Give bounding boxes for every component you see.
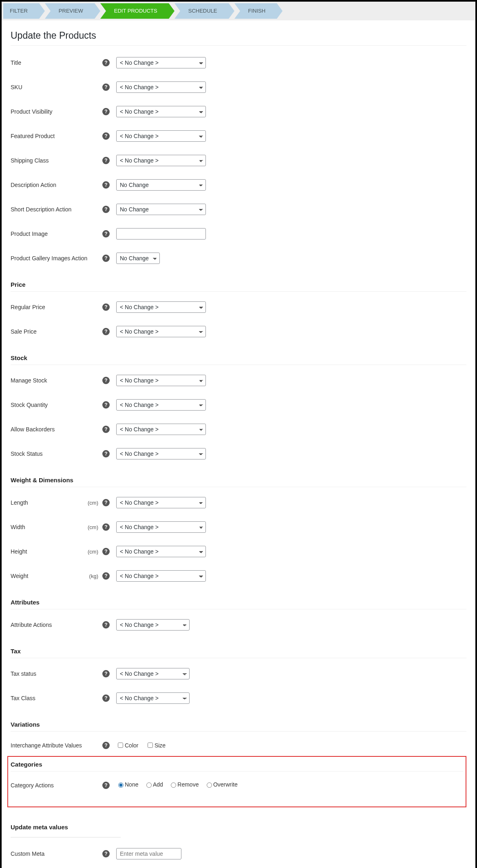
help-icon[interactable]: ? <box>102 303 110 311</box>
radio-overwrite-label[interactable]: Overwrite <box>205 781 238 788</box>
help-icon[interactable]: ? <box>102 132 110 140</box>
label-height: Height <box>11 548 88 555</box>
unit-kg: (kg) <box>89 573 102 579</box>
select-tax-status[interactable]: < No Change > <box>116 668 190 679</box>
help-icon[interactable]: ? <box>102 84 110 91</box>
help-icon[interactable]: ? <box>102 59 110 66</box>
row-title: Title? < No Change > <box>11 51 466 75</box>
radio-remove[interactable] <box>171 782 176 788</box>
help-icon[interactable]: ? <box>102 181 110 189</box>
step-filter[interactable]: FILTER <box>3 3 39 19</box>
label-color: Color <box>125 742 138 749</box>
select-title[interactable]: < No Change > <box>116 57 206 68</box>
label-sale-price: Sale Price <box>11 328 102 335</box>
label-regular-price: Regular Price <box>11 304 102 310</box>
select-weight[interactable]: < No Change > <box>116 570 206 582</box>
help-icon[interactable]: ? <box>102 157 110 164</box>
step-schedule[interactable]: SCHEDULE <box>174 3 229 19</box>
help-icon[interactable]: ? <box>102 230 110 237</box>
help-icon[interactable]: ? <box>102 108 110 115</box>
help-icon[interactable]: ? <box>102 523 110 531</box>
row-interchange-attribute-values: Interchange Attribute Values? Color Size <box>11 735 466 756</box>
label-description-action: Description Action <box>11 182 102 188</box>
select-attribute-actions[interactable]: < No Change > <box>116 619 190 631</box>
unit-cm: (cm) <box>88 524 102 530</box>
label-allow-backorders: Allow Backorders <box>11 426 102 433</box>
row-product-visibility: Product Visibility? < No Change > <box>11 99 466 124</box>
row-custom-meta: Custom Meta? <box>11 842 466 866</box>
row-category-actions: Category Actions? None Add Remove Overwr… <box>11 775 463 796</box>
select-short-description-action[interactable]: No Change <box>116 204 206 215</box>
label-featured-product: Featured Product <box>11 133 102 139</box>
radio-remove-label[interactable]: Remove <box>169 781 199 788</box>
help-icon[interactable]: ? <box>102 401 110 409</box>
select-manage-stock[interactable]: < No Change > <box>116 375 206 386</box>
section-variations: Variations <box>11 721 466 732</box>
step-edit-products[interactable]: EDIT PRODUCTS <box>100 3 169 19</box>
select-shipping-class[interactable]: < No Change > <box>116 155 206 166</box>
select-length[interactable]: < No Change > <box>116 497 206 508</box>
radio-none[interactable] <box>118 782 124 788</box>
checkbox-size-label[interactable]: Size <box>146 741 166 749</box>
select-width[interactable]: < No Change > <box>116 521 206 533</box>
checkbox-color-label[interactable]: Color <box>116 741 138 749</box>
checkbox-size[interactable] <box>148 743 153 748</box>
help-icon[interactable]: ? <box>102 548 110 555</box>
help-icon[interactable]: ? <box>102 742 110 749</box>
radio-none-label[interactable]: None <box>116 781 138 788</box>
help-icon[interactable]: ? <box>102 426 110 433</box>
select-description-action[interactable]: No Change <box>116 179 206 191</box>
help-icon[interactable]: ? <box>102 377 110 384</box>
select-sku[interactable]: < No Change > <box>116 81 206 93</box>
row-weight: Weight(kg)? < No Change > <box>11 564 466 588</box>
select-stock-quantity[interactable]: < No Change > <box>116 399 206 411</box>
row-short-description-action: Short Description Action? No Change <box>11 197 466 222</box>
help-icon[interactable]: ? <box>102 572 110 580</box>
row-tax-class: Tax Class? < No Change > <box>11 686 466 710</box>
help-icon[interactable]: ? <box>102 450 110 457</box>
select-tax-class[interactable]: < No Change > <box>116 692 190 704</box>
step-preview[interactable]: PREVIEW <box>45 3 95 19</box>
select-allow-backorders[interactable]: < No Change > <box>116 424 206 435</box>
row-width: Width(cm)? < No Change > <box>11 515 466 539</box>
unit-cm: (cm) <box>88 549 102 555</box>
checkbox-color[interactable] <box>118 743 123 748</box>
unit-cm: (cm) <box>88 500 102 506</box>
row-regular-price: Regular Price? < No Change > <box>11 295 466 319</box>
label-shipping-class: Shipping Class <box>11 157 102 164</box>
label-width: Width <box>11 524 88 530</box>
row-tax-status: Tax status? < No Change > <box>11 661 466 686</box>
label-weight: Weight <box>11 573 89 579</box>
label-size: Size <box>155 742 166 749</box>
section-stock: Stock <box>11 354 466 365</box>
help-icon[interactable]: ? <box>102 694 110 702</box>
radio-add-label[interactable]: Add <box>144 781 163 788</box>
select-height[interactable]: < No Change > <box>116 546 206 557</box>
label-short-description-action: Short Description Action <box>11 206 102 213</box>
help-icon[interactable]: ? <box>102 621 110 628</box>
select-regular-price[interactable]: < No Change > <box>116 301 206 313</box>
help-icon[interactable]: ? <box>102 782 110 789</box>
help-icon[interactable]: ? <box>102 670 110 677</box>
step-finish[interactable]: FINISH <box>234 3 277 19</box>
help-icon[interactable]: ? <box>102 328 110 335</box>
radio-add[interactable] <box>146 782 152 788</box>
select-featured-product[interactable]: < No Change > <box>116 130 206 142</box>
row-attribute-actions: Attribute Actions? < No Change > <box>11 613 466 637</box>
row-manage-stock: Manage Stock? < No Change > <box>11 368 466 393</box>
select-stock-status[interactable]: < No Change > <box>116 448 206 459</box>
label-stock-status: Stock Status <box>11 450 102 457</box>
radio-overwrite[interactable] <box>207 782 212 788</box>
select-product-gallery-images-action[interactable]: No Change <box>116 253 160 264</box>
input-custom-meta[interactable] <box>116 848 181 859</box>
help-icon[interactable]: ? <box>102 499 110 506</box>
label-product-gallery-images-action: Product Gallery Images Action <box>11 255 102 261</box>
help-icon[interactable]: ? <box>102 206 110 213</box>
radio-overwrite-text: Overwrite <box>213 781 238 788</box>
help-icon[interactable]: ? <box>102 850 110 857</box>
select-sale-price[interactable]: < No Change > <box>116 326 206 337</box>
input-product-image[interactable] <box>116 228 206 240</box>
select-product-visibility[interactable]: < No Change > <box>116 106 206 117</box>
wizard-steps: FILTER PREVIEW EDIT PRODUCTS SCHEDULE FI… <box>2 2 475 20</box>
help-icon[interactable]: ? <box>102 255 110 262</box>
